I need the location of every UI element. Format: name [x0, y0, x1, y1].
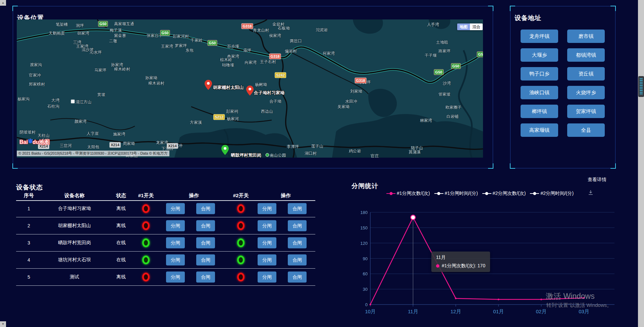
open-switch-button[interactable]: 分闸 — [258, 255, 276, 266]
table-row-divider — [16, 217, 315, 217]
open-switch-button[interactable]: 分闸 — [258, 203, 276, 214]
close-switch-button[interactable]: 合闸 — [196, 272, 215, 283]
open-switch-button[interactable]: 分闸 — [166, 237, 185, 249]
map-place-label: 梅子溪 — [110, 28, 122, 33]
map-place-label: 马家坪 — [94, 67, 106, 73]
download-icon[interactable] — [588, 189, 594, 196]
map-place-label: 沁水坪 — [90, 50, 102, 55]
map-type-map-button[interactable]: 地图 — [457, 23, 470, 30]
map-place-label: 干子堰 — [425, 53, 437, 58]
address-button-5[interactable]: 鸭子口乡 — [521, 67, 558, 80]
map-pin-label: 晒鼓坪村荒田岗 — [231, 152, 261, 158]
road-badge-g50: G50 — [160, 30, 170, 36]
map-pin-red[interactable] — [205, 80, 212, 90]
close-switch-button[interactable]: 合闸 — [288, 272, 307, 283]
map-place-label: 太阳包 — [87, 144, 99, 150]
scroll-up-button[interactable]: ▲ — [0, 0, 6, 6]
open-switch-button[interactable]: 分闸 — [166, 220, 185, 231]
close-switch-button[interactable]: 合闸 — [288, 203, 307, 214]
close-switch-button[interactable]: 合闸 — [288, 220, 307, 231]
map-place-label: 两岔口 — [290, 38, 302, 44]
map-place-label: 方家溪 — [190, 120, 202, 125]
tooltip-value: #1分闸次数/(次): 170 — [442, 263, 485, 269]
svg-text:10月: 10月 — [365, 309, 376, 314]
map-place-label: 颜家湾 — [74, 119, 87, 124]
open-switch-button[interactable]: 分闸 — [166, 203, 185, 214]
address-button-9[interactable]: 榔坪镇 — [521, 105, 558, 118]
road-badge-g50: G50 — [98, 21, 108, 27]
table-header-divider — [16, 200, 315, 201]
address-button-8[interactable]: 火烧坪乡 — [567, 86, 605, 99]
close-switch-button[interactable]: 合闸 — [196, 237, 215, 249]
table-header-6: 操作 — [281, 193, 291, 199]
address-button-4[interactable]: 都镇湾镇 — [567, 48, 605, 62]
svg-text:03月: 03月 — [579, 309, 589, 314]
status-light-red — [142, 221, 150, 230]
open-switch-button[interactable]: 分闸 — [166, 272, 185, 283]
open-switch-button[interactable]: 分闸 — [166, 255, 185, 266]
address-button-2[interactable]: 磨市镇 — [567, 30, 605, 43]
close-switch-button[interactable]: 合闸 — [196, 255, 215, 266]
legend-item-3[interactable]: #2分闸次数/(次) — [482, 190, 526, 197]
map-place-label: 周家坳 — [123, 141, 135, 147]
status-light-red — [237, 273, 245, 281]
scroll-down-button[interactable]: ▼ — [0, 321, 6, 327]
map-pin-red[interactable] — [246, 86, 254, 96]
map-place-label: 菖蒲溪 — [409, 149, 421, 155]
map-type-hybrid-button[interactable]: 混合 — [470, 23, 483, 30]
close-switch-button[interactable]: 合闸 — [288, 255, 307, 266]
stats-title: 分闸统计 — [352, 182, 378, 190]
row-3-status: 在线 — [116, 240, 126, 246]
open-switch-button[interactable]: 分闸 — [258, 220, 276, 231]
map-place-label: 高家堰互通 — [114, 21, 134, 27]
map-place-label: 水田冲 — [345, 99, 357, 104]
status-light-green — [237, 256, 245, 264]
legend-item-2[interactable]: #1分闸时间/(分) — [434, 190, 478, 197]
address-button-3[interactable]: 大堰乡 — [521, 48, 558, 62]
address-button-10[interactable]: 贺家坪镇 — [567, 105, 605, 118]
address-button-7[interactable]: 渔峡口镇 — [521, 86, 558, 99]
map-place-label: 二墩 — [109, 38, 117, 44]
address-button-11[interactable]: 高家堰镇 — [521, 123, 558, 137]
map-place-label: 施家塆 — [113, 131, 125, 137]
view-details-link[interactable]: 查看详情 — [588, 177, 606, 183]
row-5-no: 5 — [28, 274, 30, 280]
map-place-label: 沙湾 — [443, 80, 451, 86]
map-pin-label: 胡家棚村太阳山 — [213, 85, 244, 91]
open-switch-button[interactable]: 分闸 — [258, 272, 276, 283]
map-place-label: 杨树坳 — [255, 82, 267, 88]
close-switch-button[interactable]: 合闸 — [288, 237, 307, 249]
map-place-label: 沱泥岩 — [316, 27, 328, 33]
address-button-12[interactable]: 全县 — [567, 123, 605, 137]
map-place-label: 李潭坪 — [287, 144, 299, 150]
row-4-name: 塘坊河村大石坝 — [58, 257, 91, 263]
legend-label: #1分闸时间/(分) — [445, 190, 478, 197]
corner-decoration — [488, 163, 493, 169]
scrollbar-track[interactable] — [638, 0, 644, 327]
close-switch-button[interactable]: 合闸 — [196, 220, 215, 231]
legend-label: #2分闸时间/(分) — [540, 190, 574, 197]
map-pin-green[interactable] — [221, 145, 229, 155]
map-place-label: 阴坡坡村 — [19, 129, 36, 135]
map-place-label: 土地咀 — [436, 40, 448, 45]
device-status-title: 设备状态 — [16, 183, 43, 192]
scrollbar-thumb[interactable] — [638, 76, 644, 97]
tooltip-month: 11月 — [436, 255, 485, 261]
legend-marker-icon — [530, 193, 539, 194]
baidu-logo[interactable]: Baidu地图 — [19, 139, 50, 146]
map-place-label: 咕噜垭 — [222, 62, 234, 68]
close-switch-button[interactable]: 合闸 — [196, 203, 215, 214]
map-copyright: © 2021 Baidu - GS(2019)5218号 - 甲测资字11009… — [17, 151, 169, 156]
address-button-1[interactable]: 龙舟坪镇 — [521, 30, 558, 43]
legend-item-4[interactable]: #2分闸时间/(分) — [530, 190, 574, 197]
row-4-no: 4 — [28, 257, 30, 263]
open-switch-button[interactable]: 分闸 — [258, 237, 276, 249]
svg-text:150: 150 — [360, 225, 368, 230]
map-place-label: 罗家坪 — [175, 43, 187, 49]
baidu-map[interactable]: 笔架槽洞坪天鹅抱蛋胡家湾高家堰互通梅子溪紫金寨二墩三塆流沙坡沁水坪王家塆孙家湾樟… — [17, 19, 483, 158]
map-place-label: 偏岩村 — [285, 48, 297, 54]
legend-item-1[interactable]: #1分闸次数/(次) — [386, 190, 430, 197]
address-button-6[interactable]: 资丘镇 — [567, 67, 605, 80]
status-light-red — [142, 273, 150, 281]
table-header-1: 设备名称 — [64, 193, 85, 199]
